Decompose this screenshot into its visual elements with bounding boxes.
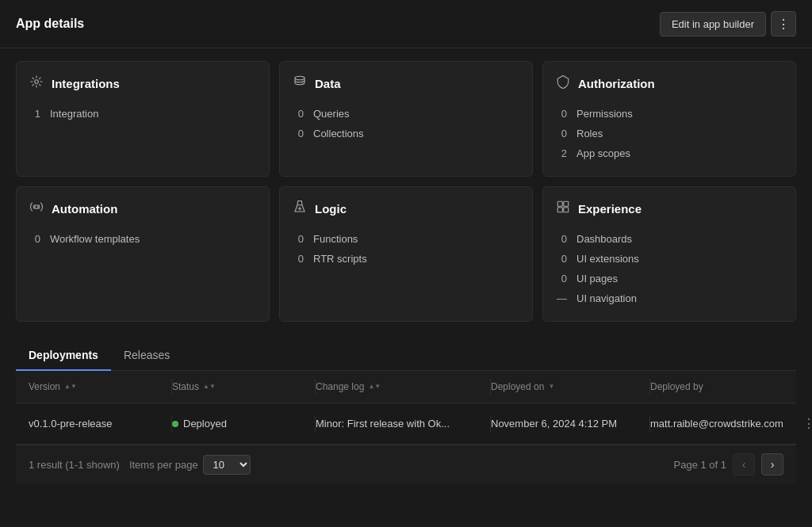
experience-card-title: Experience	[578, 202, 642, 216]
auth-item-0: 0 Permissions	[556, 104, 783, 124]
automation-card-header: Automation	[29, 200, 256, 218]
status-text: Deployed	[183, 418, 227, 430]
result-count: 1 result (1-1 shown)	[29, 459, 120, 471]
table-header: Version ▲▼ Status ▲▼ Change log ▲▼ Deplo…	[16, 371, 796, 403]
integrations-card: Integrations 1 Integration	[16, 61, 270, 177]
experience-label-2: UI pages	[576, 273, 618, 285]
page-info: Page 1 of 1	[674, 459, 727, 471]
cell-changelog: Minor: First release with Ok...	[316, 418, 490, 430]
logic-label-1: RTR scripts	[313, 253, 367, 265]
status-dot-deployed	[172, 421, 178, 427]
experience-icon	[556, 200, 570, 218]
svg-rect-4	[564, 201, 569, 206]
svg-rect-3	[557, 201, 562, 206]
sort-status-icon[interactable]: ▲▼	[203, 384, 216, 390]
experience-count-1: 0	[556, 253, 567, 265]
data-svg-icon	[293, 74, 307, 89]
experience-card: Experience 0 Dashboards 0 UI extensions …	[542, 186, 796, 322]
edit-app-builder-button[interactable]: Edit in app builder	[660, 12, 766, 36]
table-footer: 1 result (1-1 shown) Items per page 10 2…	[16, 445, 796, 483]
items-per-page-label: Items per page	[129, 459, 198, 471]
experience-card-header: Experience	[556, 200, 783, 218]
cell-status: Deployed	[172, 418, 315, 430]
integrations-count-0: 1	[29, 108, 40, 120]
integrations-label-0: Integration	[50, 108, 98, 120]
row-more-button[interactable]: ⋮	[793, 413, 812, 434]
logic-item-0: 0 Functions	[293, 229, 519, 249]
column-header-status: Status ▲▼	[172, 381, 315, 392]
items-per-page-select[interactable]: 10 25 50 100	[203, 455, 251, 475]
logic-card-header: Logic	[293, 200, 519, 218]
experience-item-3: — UI navigation	[556, 288, 783, 308]
automation-card: Automation 0 Workflow templates	[16, 186, 270, 322]
data-count-0: 0	[293, 108, 304, 120]
auth-count-0: 0	[556, 108, 567, 120]
logic-card-title: Logic	[315, 202, 347, 216]
data-item-0: 0 Queries	[293, 104, 519, 124]
svg-rect-5	[557, 208, 562, 212]
data-card-title: Data	[315, 77, 341, 90]
column-header-changelog: Change log ▲▼	[316, 381, 490, 392]
table-row: v0.1.0-pre-release Deployed Minor: First…	[16, 403, 796, 445]
logic-icon	[293, 200, 307, 218]
data-card-header: Data	[293, 74, 519, 93]
integrations-card-title: Integrations	[52, 77, 120, 90]
authorization-card-title: Authorization	[578, 77, 655, 90]
auth-item-2: 2 App scopes	[556, 143, 783, 163]
data-label-1: Collections	[313, 128, 364, 139]
column-status-label: Status	[172, 381, 199, 392]
experience-item-2: 0 UI pages	[556, 269, 783, 288]
table-footer-left: 1 result (1-1 shown) Items per page 10 2…	[29, 455, 251, 475]
column-version-label: Version	[29, 381, 60, 392]
cell-deployed-on: November 6, 2024 4:12 PM	[491, 418, 649, 430]
authorization-icon	[556, 74, 570, 93]
tab-releases[interactable]: Releases	[111, 341, 182, 371]
column-deployed-by-label: Deployed by	[650, 381, 703, 392]
sort-changelog-icon[interactable]: ▲▼	[368, 384, 381, 390]
experience-count-3: —	[556, 292, 567, 304]
logic-label-0: Functions	[313, 233, 358, 245]
data-icon	[293, 74, 307, 93]
data-count-1: 0	[293, 128, 304, 139]
authorization-card: Authorization 0 Permissions 0 Roles 2 Ap…	[542, 61, 796, 177]
auth-item-1: 0 Roles	[556, 124, 783, 143]
data-card: Data 0 Queries 0 Collections	[279, 61, 533, 177]
logic-count-0: 0	[293, 233, 304, 245]
table-footer-right: Page 1 of 1 ‹ ›	[674, 453, 784, 475]
integrations-card-header: Integrations	[29, 74, 256, 93]
status-badge: Deployed	[172, 418, 305, 430]
column-header-deployed-on: Deployed on ▼	[491, 381, 649, 392]
automation-count-0: 0	[29, 233, 40, 245]
main-content: Integrations 1 Integration Data	[0, 48, 812, 496]
tab-deployments[interactable]: Deployments	[16, 341, 111, 371]
data-item-1: 0 Collections	[293, 124, 519, 143]
integrations-icon	[29, 74, 44, 93]
header-more-button[interactable]: ⋮	[771, 11, 796, 36]
experience-count-0: 0	[556, 233, 567, 245]
automation-item-0: 0 Workflow templates	[29, 229, 256, 249]
page-next-button[interactable]: ›	[761, 453, 783, 475]
integrations-svg-icon	[29, 74, 44, 89]
auth-label-2: App scopes	[576, 147, 630, 159]
sort-deployed-on-icon[interactable]: ▼	[548, 384, 554, 390]
authorization-card-header: Authorization	[556, 74, 783, 93]
svg-point-1	[295, 76, 304, 80]
experience-label-3: UI navigation	[576, 292, 637, 304]
page-prev-button[interactable]: ‹	[733, 453, 755, 475]
experience-label-0: Dashboards	[576, 233, 632, 245]
data-label-0: Queries	[313, 108, 350, 120]
logic-item-1: 0 RTR scripts	[293, 249, 519, 269]
page-title: App details	[16, 17, 84, 31]
column-deployed-on-label: Deployed on	[491, 381, 544, 392]
column-header-version: Version ▲▼	[29, 381, 171, 392]
cell-version: v0.1.0-pre-release	[29, 418, 171, 430]
automation-card-title: Automation	[52, 202, 117, 216]
sort-version-icon[interactable]: ▲▼	[64, 384, 77, 390]
svg-rect-6	[564, 208, 569, 212]
auth-count-2: 2	[556, 147, 567, 159]
authorization-svg-icon	[556, 74, 570, 89]
tabs-list: Deployments Releases	[16, 341, 796, 370]
items-per-page-control: Items per page 10 25 50 100	[129, 455, 251, 475]
experience-item-1: 0 UI extensions	[556, 249, 783, 269]
automation-svg-icon	[29, 200, 44, 214]
